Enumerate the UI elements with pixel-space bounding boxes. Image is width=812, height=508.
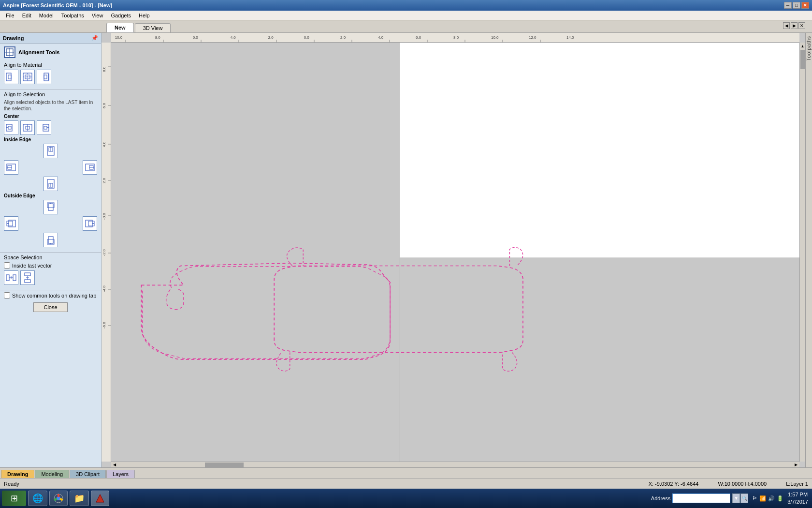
bottom-tab-modeling[interactable]: Modeling (35, 470, 69, 478)
address-label: Address (651, 495, 670, 501)
svg-rect-12 (44, 75, 47, 79)
svg-text:-0.0: -0.0 (102, 213, 106, 220)
outside-edge-bottom[interactable] (44, 233, 58, 247)
scrollbar-thumb-horizontal[interactable] (205, 463, 244, 467)
bottom-tabs: Drawing Modeling 3D Clipart Layers (0, 467, 812, 478)
svg-text:12.0: 12.0 (529, 35, 536, 40)
scrollbar-vertical[interactable]: ▲ (799, 43, 805, 462)
tab-nav-right[interactable]: ▶ (791, 22, 798, 29)
svg-text:8.0: 8.0 (453, 35, 459, 40)
address-search-btn[interactable]: 🔍 (740, 493, 748, 503)
svg-text:2.0: 2.0 (102, 178, 106, 183)
align-sel-center-h[interactable] (20, 120, 35, 135)
svg-text:-6.0: -6.0 (191, 35, 198, 40)
space-horizontal[interactable] (4, 270, 18, 285)
center-label: Center (4, 114, 97, 119)
taskbar-app-chrome[interactable] (49, 491, 68, 506)
taskbar: ⊞ 🌐 📁 Address ▼ 🔍 🏳 📶 🔊 (0, 489, 812, 508)
panel-pin[interactable]: 📌 (91, 35, 98, 41)
svg-rect-99 (400, 43, 799, 257)
menu-file[interactable]: File (2, 12, 18, 19)
svg-text:8.0: 8.0 (102, 66, 106, 72)
inside-edge-bottom[interactable] (44, 177, 58, 191)
tab-nav-left[interactable]: ◀ (783, 22, 790, 29)
align-to-selection-desc: Align selected objects to the LAST item … (4, 99, 97, 112)
system-tray: 🏳 📶 🔊 🔋 (752, 495, 783, 502)
outside-edge-right[interactable] (83, 216, 97, 231)
alignment-tools-icon (4, 46, 15, 58)
space-vertical[interactable] (20, 270, 35, 285)
align-sel-left[interactable] (4, 120, 18, 135)
tray-flag-icon: 🏳 (752, 495, 757, 501)
alignment-tools-header: Alignment Tools (0, 44, 101, 60)
minimize-button[interactable]: ─ (784, 2, 792, 9)
inside-last-vector-label: Inside last vector (12, 263, 52, 269)
inside-edge-left[interactable] (4, 160, 18, 175)
menu-help[interactable]: Help (135, 12, 154, 19)
align-material-center[interactable] (20, 70, 35, 84)
menu-gadgets[interactable]: Gadgets (107, 12, 135, 19)
statusbar: Ready X: -9.0302 Y: -6.4644 W:10.0000 H:… (0, 478, 812, 489)
outside-edge-label: Outside Edge (4, 193, 97, 198)
align-to-material-section: Align to Material (0, 60, 101, 90)
address-input[interactable] (672, 493, 730, 503)
outside-edge-left[interactable] (4, 216, 18, 231)
menu-toolpaths[interactable]: Toolpaths (58, 12, 88, 19)
left-panel: Drawing 📌 Alignment Tools Align to Mater… (0, 33, 102, 467)
outside-edge-top[interactable] (44, 200, 58, 214)
tray-speaker-icon: 🔊 (768, 495, 775, 502)
svg-rect-3 (6, 73, 11, 81)
align-material-left[interactable] (4, 70, 18, 84)
svg-text:6.0: 6.0 (102, 103, 106, 108)
status-layer: L:Layer 1 (786, 481, 808, 487)
align-sel-right[interactable] (37, 120, 51, 135)
panel-header: Drawing 📌 (0, 33, 101, 44)
drawing-canvas[interactable] (111, 43, 799, 462)
close-button[interactable]: ✕ (801, 2, 809, 9)
svg-rect-4 (8, 75, 11, 79)
svg-point-101 (57, 496, 60, 500)
svg-text:-2.0: -2.0 (102, 249, 106, 256)
inside-edge-top[interactable] (44, 144, 58, 158)
ruler-horizontal: -10.0 -8.0 -6.0 -4.0 -2.0 -0.0 2.0 4.0 6… (111, 33, 799, 43)
svg-text:-4.0: -4.0 (102, 285, 106, 292)
svg-rect-11 (44, 73, 49, 81)
toolpaths-panel: Toolpaths (805, 33, 812, 467)
inside-last-vector-checkbox[interactable] (4, 262, 10, 269)
svg-text:-4.0: -4.0 (229, 35, 236, 40)
status-coords: X: -9.0302 Y: -6.4644 (649, 481, 699, 487)
scrollbar-horizontal[interactable]: ◀ ▶ (111, 462, 799, 467)
tab-new[interactable]: New (106, 23, 134, 32)
scrollbar-thumb-vertical[interactable] (800, 50, 805, 69)
maximize-button[interactable]: □ (793, 2, 800, 9)
status-text: Ready (4, 481, 639, 487)
show-common-checkbox[interactable] (4, 292, 10, 299)
tab-3dview[interactable]: 3D View (135, 23, 171, 32)
show-common-row: Show common tools on drawing tab (0, 290, 101, 300)
close-panel-button[interactable]: Close (33, 302, 67, 312)
space-selection-section: Space Selection Inside last vector (0, 253, 101, 290)
taskbar-app-aspire[interactable] (91, 491, 109, 506)
menubar: File Edit Model Toolpaths View Gadgets H… (0, 11, 812, 20)
bottom-tab-layers[interactable]: Layers (106, 470, 135, 478)
tab-close[interactable]: ✕ (798, 22, 805, 29)
start-button[interactable]: ⊞ (2, 491, 26, 506)
taskbar-app-explorer[interactable]: 📁 (70, 491, 89, 506)
align-material-right[interactable] (37, 70, 51, 84)
svg-text:-0.0: -0.0 (303, 35, 309, 40)
inside-edge-label: Inside Edge (4, 137, 97, 142)
bottom-tab-drawing[interactable]: Drawing (1, 470, 34, 478)
svg-rect-52 (25, 280, 30, 283)
inside-edge-right[interactable] (83, 160, 97, 175)
taskbar-app-ie[interactable]: 🌐 (28, 491, 47, 506)
address-go-btn[interactable]: ▼ (732, 493, 740, 503)
menu-view[interactable]: View (88, 12, 107, 19)
menu-edit[interactable]: Edit (18, 12, 35, 19)
menu-model[interactable]: Model (35, 12, 58, 19)
canvas-area[interactable]: -10.0 -8.0 -6.0 -4.0 -2.0 -0.0 2.0 4.0 6… (102, 33, 805, 467)
bottom-tab-3dclipart[interactable]: 3D Clipart (70, 470, 106, 478)
ruler-vertical: 8.0 6.0 4.0 2.0 -0.0 -2.0 -4.0 -6.0 (102, 43, 111, 462)
address-bar: Address ▼ 🔍 (651, 493, 748, 503)
svg-text:10.0: 10.0 (491, 35, 499, 40)
tabbar: New 3D View ◀ ▶ ✕ (0, 20, 812, 33)
